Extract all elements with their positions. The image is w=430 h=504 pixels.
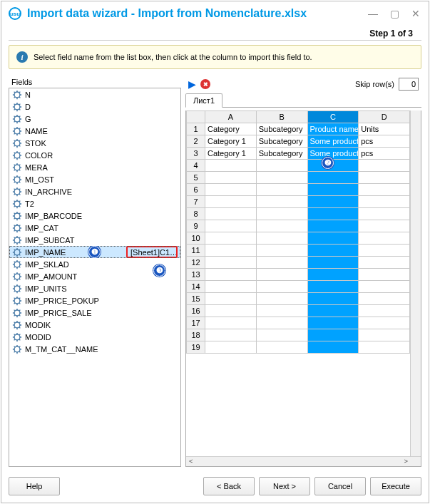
field-item[interactable]: IMP_PRICE_SALE	[9, 307, 180, 319]
field-item[interactable]: MODIK	[9, 319, 180, 331]
grid-cell[interactable]: Category 1	[205, 148, 257, 160]
grid-cell[interactable]	[359, 305, 410, 317]
grid-cell[interactable]	[256, 172, 307, 184]
field-item[interactable]: STOK	[9, 137, 180, 149]
cancel-button[interactable]: Cancel	[314, 477, 366, 495]
grid-cell[interactable]	[205, 329, 257, 341]
grid-cell[interactable]	[307, 269, 359, 281]
col-header[interactable]: C	[307, 111, 359, 123]
vertical-scrollbar[interactable]	[410, 110, 421, 456]
grid-cell[interactable]	[359, 281, 410, 293]
grid-cell[interactable]	[205, 184, 257, 196]
grid-cell[interactable]	[307, 172, 359, 184]
grid-cell[interactable]	[205, 305, 257, 317]
grid-cell[interactable]	[256, 232, 307, 245]
grid-cell[interactable]	[307, 293, 359, 305]
col-header[interactable]: D	[359, 111, 410, 123]
field-item[interactable]: IMP_UNITS	[9, 282, 180, 294]
grid-cell[interactable]	[256, 317, 307, 329]
row-header[interactable]: 2	[187, 135, 205, 148]
row-header[interactable]: 14	[187, 281, 205, 293]
grid-cell[interactable]: Units	[359, 123, 410, 135]
execute-button[interactable]: Execute	[370, 477, 421, 495]
grid-cell[interactable]	[256, 220, 307, 232]
skip-rows-input[interactable]	[399, 78, 419, 91]
field-item[interactable]: IMP_CAT	[9, 222, 180, 234]
grid-cell[interactable]	[359, 232, 410, 245]
grid-cell[interactable]	[205, 281, 257, 293]
grid-cell[interactable]	[307, 232, 359, 245]
field-item[interactable]: D	[9, 101, 180, 113]
field-item[interactable]: M_TM_CAT__NAME	[9, 343, 180, 355]
grid-cell[interactable]	[359, 196, 410, 208]
grid-cell[interactable]	[359, 329, 410, 341]
field-item[interactable]: NAME	[9, 125, 180, 137]
grid-cell[interactable]	[307, 329, 359, 341]
grid-cell[interactable]	[256, 208, 307, 220]
stop-icon[interactable]: ✖	[200, 79, 210, 89]
field-item[interactable]: COLOR	[9, 149, 180, 161]
col-header[interactable]: A	[205, 111, 257, 123]
grid-cell[interactable]	[205, 172, 257, 184]
row-header[interactable]: 12	[187, 257, 205, 269]
spreadsheet-grid[interactable]: ABCD1CategorySubcategoryProduct nameUnit…	[186, 110, 421, 354]
grid-cell[interactable]	[359, 269, 410, 281]
grid-cell[interactable]	[359, 172, 410, 184]
grid-cell[interactable]: pcs	[359, 135, 410, 148]
field-item[interactable]: G	[9, 113, 180, 125]
row-header[interactable]: 3	[187, 148, 205, 160]
grid-cell[interactable]	[359, 257, 410, 269]
grid-cell[interactable]	[256, 293, 307, 305]
grid-cell[interactable]	[205, 196, 257, 208]
grid-cell[interactable]	[359, 317, 410, 329]
grid-cell[interactable]	[359, 245, 410, 257]
fields-listbox[interactable]: NDGNAMESTOKCOLORMERAMI_OSTIN_ARCHIVET2IM…	[9, 88, 181, 467]
row-header[interactable]: 8	[187, 208, 205, 220]
row-header[interactable]: 5	[187, 172, 205, 184]
grid-cell[interactable]	[307, 196, 359, 208]
grid-cell[interactable]	[205, 293, 257, 305]
field-item[interactable]: IMP_BARCODE	[9, 210, 180, 222]
grid-cell[interactable]	[307, 281, 359, 293]
grid-cell[interactable]: Subcategory	[256, 148, 307, 160]
grid-cell[interactable]: Category	[205, 123, 257, 135]
field-item[interactable]: MODID	[9, 331, 180, 343]
grid-cell[interactable]	[256, 245, 307, 257]
field-item[interactable]: IMP_NAME❶[Sheet1]C1…	[9, 246, 180, 258]
grid-cell[interactable]	[359, 208, 410, 220]
col-header[interactable]: B	[256, 111, 307, 123]
row-header[interactable]: 1	[187, 123, 205, 135]
maximize-button[interactable]: ▢	[389, 8, 400, 19]
row-header[interactable]: 4	[187, 160, 205, 172]
row-header[interactable]: 15	[187, 293, 205, 305]
grid-cell[interactable]	[359, 184, 410, 196]
grid-cell[interactable]	[205, 317, 257, 329]
play-icon[interactable]: ▶	[188, 78, 196, 90]
row-header[interactable]: 11	[187, 245, 205, 257]
row-header[interactable]: 18	[187, 329, 205, 341]
field-item[interactable]: N	[9, 88, 180, 101]
grid-cell[interactable]	[205, 220, 257, 232]
grid-cell[interactable]	[205, 160, 257, 172]
grid-cell[interactable]	[256, 160, 307, 172]
grid-cell[interactable]	[256, 196, 307, 208]
grid-cell[interactable]	[307, 208, 359, 220]
field-item[interactable]: MERA	[9, 161, 180, 173]
grid-cell[interactable]	[205, 208, 257, 220]
field-item[interactable]: IN_ARCHIVE	[9, 185, 180, 197]
row-header[interactable]: 6	[187, 184, 205, 196]
grid-cell[interactable]	[359, 160, 410, 172]
field-item[interactable]: T2	[9, 197, 180, 210]
grid-cell[interactable]	[205, 269, 257, 281]
grid-cell[interactable]: Subcategory	[256, 123, 307, 135]
row-header[interactable]: 9	[187, 220, 205, 232]
grid-cell[interactable]	[307, 305, 359, 317]
grid-cell[interactable]	[359, 220, 410, 232]
grid-cell[interactable]	[307, 317, 359, 329]
grid-cell[interactable]: Some product	[307, 135, 359, 148]
grid-cell[interactable]: Subcategory	[256, 135, 307, 148]
field-item[interactable]: IMP_SUBCAT	[9, 234, 180, 246]
grid-cell[interactable]	[256, 184, 307, 196]
grid-cell[interactable]: Category 1	[205, 135, 257, 148]
grid-cell[interactable]	[307, 184, 359, 196]
